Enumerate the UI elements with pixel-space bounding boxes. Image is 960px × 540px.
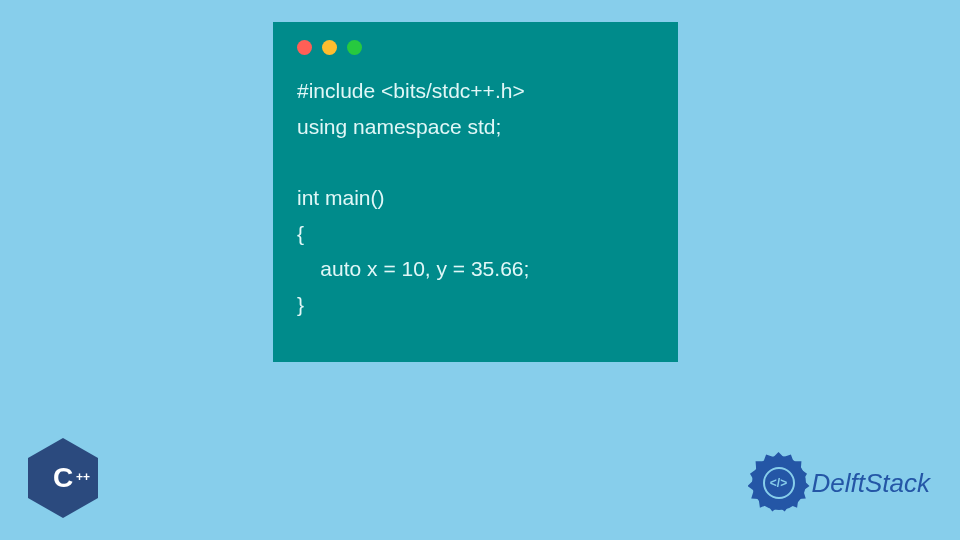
maximize-icon <box>347 40 362 55</box>
brand-icon-glyph: </> <box>763 467 795 499</box>
brand-watermark: </> DelftStack <box>752 456 931 510</box>
brand-icon: </> <box>752 456 806 510</box>
window-traffic-lights <box>297 40 654 55</box>
code-window: #include <bits/stdc++.h> using namespace… <box>273 22 678 362</box>
close-icon <box>297 40 312 55</box>
brand-name: DelftStack <box>812 468 931 499</box>
code-block: #include <bits/stdc++.h> using namespace… <box>297 73 654 323</box>
cpp-logo-plus: ++ <box>76 470 90 484</box>
cpp-logo: C ++ <box>28 438 98 518</box>
cpp-logo-letter: C <box>53 462 73 494</box>
minimize-icon <box>322 40 337 55</box>
